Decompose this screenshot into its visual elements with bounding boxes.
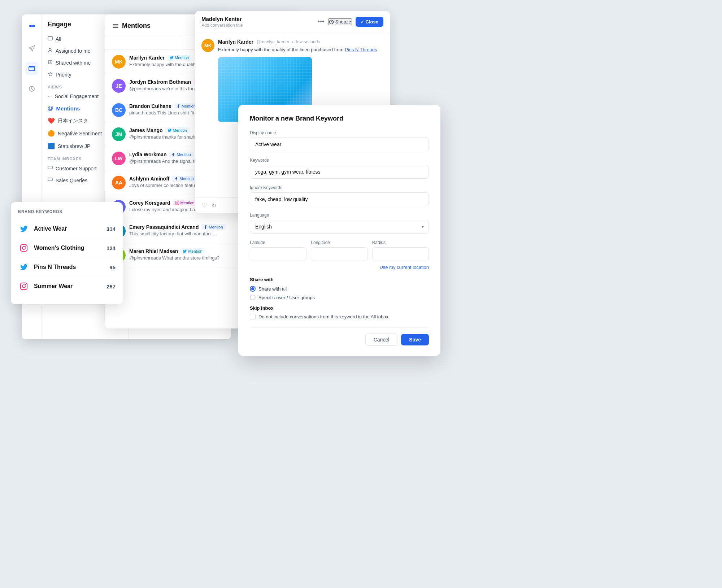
svg-point-18	[22, 247, 25, 249]
longitude-input[interactable]	[311, 247, 367, 261]
share-specific-label: Specific user / User groups	[258, 295, 315, 300]
skip-inbox-label: Skip Inbox	[250, 305, 429, 311]
svg-rect-8	[48, 178, 52, 181]
mention-avatar-2: BC	[112, 103, 126, 117]
conv-header-left: Madelyn Kenter Add conversation title	[201, 16, 318, 28]
customer-support-icon	[48, 165, 53, 171]
radius-input[interactable]	[372, 247, 429, 261]
priority-icon	[48, 71, 53, 78]
bk-item-0[interactable]: Active Wear 314	[18, 219, 116, 239]
share-specific-radio-row[interactable]: Specific user / User groups	[250, 295, 429, 300]
instagram-icon-1	[18, 242, 30, 254]
conv-title-placeholder[interactable]: Add conversation title	[201, 23, 318, 28]
display-name-field: Display name	[250, 130, 429, 151]
platform-badge-tw-3: Mention	[165, 127, 190, 133]
language-select-wrapper: English Japanese Spanish ▾	[250, 220, 429, 234]
nav-customer-support-label: Customer Support	[56, 166, 97, 171]
clock-icon	[329, 19, 334, 25]
conv-header-actions: ••• Snooze ✓ Close	[318, 17, 383, 27]
platform-badge-fb-2: Mention	[174, 103, 198, 109]
pins-n-threads-link[interactable]: Pins N Threads	[345, 47, 377, 52]
share-specific-radio[interactable]	[250, 295, 256, 300]
skip-checkbox-row[interactable]: Do not include conversations from this k…	[250, 314, 429, 319]
bk-name-0: Active Wear	[34, 226, 102, 232]
svg-point-14	[177, 202, 178, 204]
bk-item-2[interactable]: Pins N Threads 95	[18, 258, 116, 277]
svg-rect-17	[21, 245, 27, 251]
bk-count-1: 124	[106, 245, 116, 251]
bk-item-1[interactable]: Women's Clothing 124	[18, 239, 116, 258]
monitor-keyword-modal: Monitor a new Brand Keyword Display name…	[238, 105, 440, 356]
nav-icon-inbox[interactable]	[25, 62, 38, 75]
modal-title: Monitor a new Brand Keyword	[250, 115, 429, 122]
bk-name-3: Summer Wear	[34, 283, 102, 289]
bk-item-3[interactable]: Summer Wear 267	[18, 277, 116, 296]
more-options-icon[interactable]: •••	[318, 18, 325, 26]
ignore-keywords-input[interactable]	[250, 192, 429, 206]
share-all-label: Share with all	[258, 286, 287, 292]
language-select[interactable]: English Japanese Spanish	[250, 220, 429, 234]
retweet-icon[interactable]: ↻	[212, 202, 216, 209]
bk-count-0: 314	[106, 226, 116, 232]
nav-icon-send[interactable]	[25, 42, 38, 55]
social-icon: ···	[48, 93, 52, 99]
mention-avatar-1: JE	[112, 79, 126, 93]
platform-badge-ig-6: Mention	[173, 200, 197, 206]
keywords-input[interactable]	[250, 165, 429, 179]
longitude-label: Longitude	[311, 240, 367, 245]
mention-avatar-4: LW	[112, 152, 126, 165]
svg-point-15	[178, 202, 179, 202]
latitude-input[interactable]	[250, 247, 306, 261]
app-logo	[26, 20, 38, 32]
svg-rect-20	[21, 283, 27, 289]
skip-inbox-checkbox[interactable]	[250, 314, 256, 319]
japan-emoji: ❤️	[48, 117, 55, 124]
negative-emoji: 🟠	[48, 130, 55, 137]
svg-rect-13	[175, 201, 179, 205]
share-with-label: Share with	[250, 277, 429, 282]
mentions-panel-title: Mentions	[112, 22, 151, 30]
svg-rect-7	[48, 166, 52, 169]
nav-statusbrew-label: Statusbrew JP	[58, 143, 90, 149]
skip-inbox-checkbox-label: Do not include conversations from this k…	[258, 314, 388, 319]
all-icon	[48, 36, 53, 42]
twitter-icon-0	[18, 223, 30, 235]
share-all-radio-row[interactable]: Share with all	[250, 286, 429, 292]
language-label: Language	[250, 213, 429, 218]
instagram-icon-3	[18, 280, 30, 292]
display-name-input[interactable]	[250, 138, 429, 151]
close-conversation-button[interactable]: ✓ Close	[356, 17, 383, 27]
share-all-radio[interactable]	[250, 286, 256, 292]
platform-badge-fb-5: Mention	[171, 176, 196, 182]
bk-name-2: Pins N Threads	[34, 264, 105, 270]
bk-name-1: Women's Clothing	[34, 245, 102, 251]
mention-avatar-3: JM	[112, 127, 126, 141]
sales-queries-icon	[48, 177, 53, 183]
nav-icon-analytics[interactable]	[25, 82, 38, 95]
snooze-button[interactable]: Snooze	[328, 18, 352, 25]
ignore-keywords-field: Ignore Keywords	[250, 185, 429, 206]
nav-priority-label: Priority	[56, 72, 71, 78]
skip-inbox-section: Skip Inbox Do not include conversations …	[250, 305, 429, 319]
nav-negative-label: Negative Sentiment	[58, 131, 102, 136]
svg-point-19	[25, 246, 26, 247]
radius-label: Radius	[372, 240, 429, 245]
nav-shared-label: Shared with me	[56, 60, 91, 66]
keywords-field: Keywords	[250, 158, 429, 179]
nav-mentions-label: Mentions	[56, 105, 80, 112]
mention-avatar-5: AA	[112, 176, 126, 190]
conv-header: Madelyn Kenter Add conversation title ••…	[195, 11, 390, 33]
assigned-icon	[48, 48, 53, 54]
platform-badge-fb-7: Mention	[201, 224, 225, 230]
like-icon[interactable]: ♡	[201, 201, 207, 209]
nav-japan-label: 日本インスタ	[58, 118, 88, 124]
cancel-button[interactable]: Cancel	[365, 334, 398, 346]
language-field: Language English Japanese Spanish ▾	[250, 213, 429, 234]
ignore-keywords-label: Ignore Keywords	[250, 185, 429, 190]
svg-rect-1	[29, 66, 35, 71]
svg-rect-4	[48, 36, 52, 40]
use-my-location-link[interactable]: Use my current location	[379, 265, 429, 270]
conv-msg-avatar: MK	[201, 39, 214, 52]
nav-all-label: All	[56, 36, 61, 42]
save-button[interactable]: Save	[401, 334, 429, 345]
